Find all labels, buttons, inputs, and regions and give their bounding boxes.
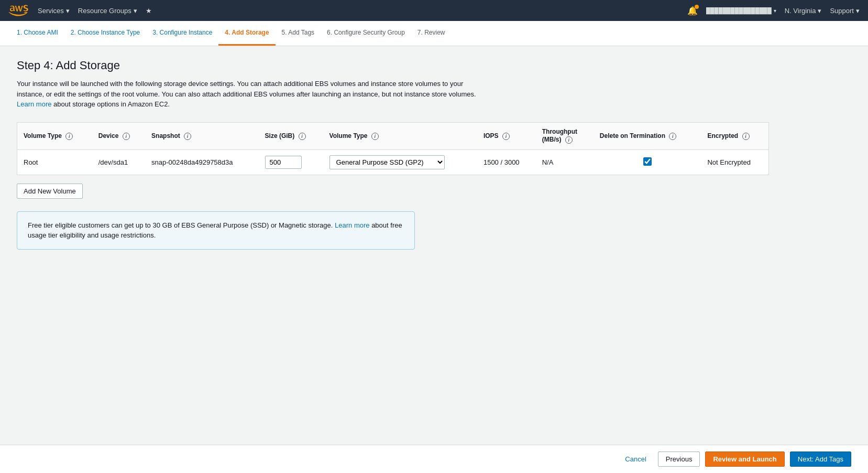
page-title: Step 4: Add Storage [17,59,769,72]
wizard-step-6[interactable]: 6. Configure Security Group [321,21,411,46]
notification-dot [695,5,699,9]
wizard-step-1[interactable]: 1. Choose AMI [10,21,64,46]
col-header-size: Size (GiB) i [259,122,323,149]
col-header-volume-type-detail: Volume Type i [323,122,477,149]
user-label: ████████████████ [706,7,772,14]
encrypted-info-icon[interactable]: i [742,133,750,140]
size-input[interactable] [265,156,302,169]
description-text-2: about storage options in Amazon EC2. [53,100,170,108]
cell-device: /dev/sda1 [92,149,145,175]
cell-iops: 1500 / 3000 [477,149,536,175]
cell-volume-type-detail[interactable]: General Purpose SSD (GP2) Provisioned IO… [323,149,477,175]
col-header-encrypted: Encrypted i [701,122,768,149]
region-label: N. Virginia [785,7,816,15]
favorites-button[interactable]: ★ [146,7,152,15]
main-content: Step 4: Add Storage Your instance will b… [0,46,786,262]
page-description: Your instance will be launched with the … [17,79,488,110]
info-learn-more-link[interactable]: Learn more [335,221,369,229]
support-chevron-icon: ▾ [856,7,860,15]
step-3-label: 3. Configure Instance [152,29,212,36]
services-nav[interactable]: Services ▾ [38,7,70,15]
resource-groups-nav[interactable]: Resource Groups ▾ [78,7,137,15]
resource-groups-chevron-icon: ▾ [134,7,137,15]
wizard-step-7[interactable]: 7. Review [411,21,452,46]
col-header-snapshot: Snapshot i [145,122,258,149]
table-row: Root /dev/sda1 snap-00248da4929758d3a Ge… [17,149,769,175]
cell-size[interactable] [259,149,323,175]
step-6-label: 6. Configure Security Group [327,29,405,36]
cell-throughput: N/A [536,149,594,175]
user-menu[interactable]: ████████████████ ▾ [706,7,776,14]
support-menu[interactable]: Support ▾ [830,7,860,15]
col-header-volume-type: Volume Type i [17,122,92,149]
cell-encrypted: Not Encrypted [701,149,768,175]
user-chevron-icon: ▾ [774,8,776,14]
info-box: Free tier eligible customers can get up … [17,211,415,250]
wizard-step-2[interactable]: 2. Choose Instance Type [64,21,147,46]
top-nav: Services ▾ Resource Groups ▾ ★ 🔔 ███████… [0,0,868,21]
delete-on-termination-info-icon[interactable]: i [669,133,676,140]
col-header-delete-on-termination: Delete on Termination i [594,122,701,149]
volume-type-select[interactable]: General Purpose SSD (GP2) Provisioned IO… [329,155,445,169]
wizard-step-3[interactable]: 3. Configure Instance [146,21,218,46]
support-label: Support [830,7,854,15]
step-5-label: 5. Add Tags [282,29,315,36]
volume-type-detail-info-icon[interactable]: i [371,133,379,140]
info-text-1: Free tier eligible customers can get up … [28,221,333,229]
add-new-volume-button[interactable]: Add New Volume [17,184,83,199]
step-1-label: 1. Choose AMI [17,29,58,36]
bell-container[interactable]: 🔔 [687,6,698,16]
services-label: Services [38,7,64,15]
region-selector[interactable]: N. Virginia ▾ [785,7,822,15]
learn-more-link[interactable]: Learn more [17,100,51,108]
wizard-step-4[interactable]: 4. Add Storage [218,21,275,46]
wizard-nav: 1. Choose AMI 2. Choose Instance Type 3.… [0,21,868,46]
device-info-icon[interactable]: i [123,133,130,140]
volume-type-info-icon[interactable]: i [65,133,73,140]
step-2-label: 2. Choose Instance Type [71,29,140,36]
col-header-device: Device i [92,122,145,149]
services-chevron-icon: ▾ [66,7,70,15]
step-7-label: 7. Review [417,29,445,36]
add-volume-label: Add New Volume [24,187,76,195]
region-chevron-icon: ▾ [818,7,821,15]
snapshot-info-icon[interactable]: i [184,133,191,140]
description-text-1: Your instance will be launched with the … [17,80,476,98]
size-info-icon[interactable]: i [299,133,306,140]
delete-on-termination-checkbox[interactable] [643,157,652,166]
resource-groups-label: Resource Groups [78,7,131,15]
cell-volume-type: Root [17,149,92,175]
storage-table: Volume Type i Device i Snapshot i Size (… [17,122,769,175]
iops-info-icon[interactable]: i [502,133,510,140]
cell-snapshot: snap-00248da4929758d3a [145,149,258,175]
star-icon: ★ [146,7,152,15]
throughput-info-icon[interactable]: i [565,136,573,144]
col-header-throughput: Throughput(MB/s) i [536,122,594,149]
col-header-iops: IOPS i [477,122,536,149]
wizard-step-5[interactable]: 5. Add Tags [276,21,321,46]
aws-logo[interactable] [8,4,29,17]
step-4-label: 4. Add Storage [225,29,269,36]
cell-delete-on-termination[interactable] [594,149,701,175]
